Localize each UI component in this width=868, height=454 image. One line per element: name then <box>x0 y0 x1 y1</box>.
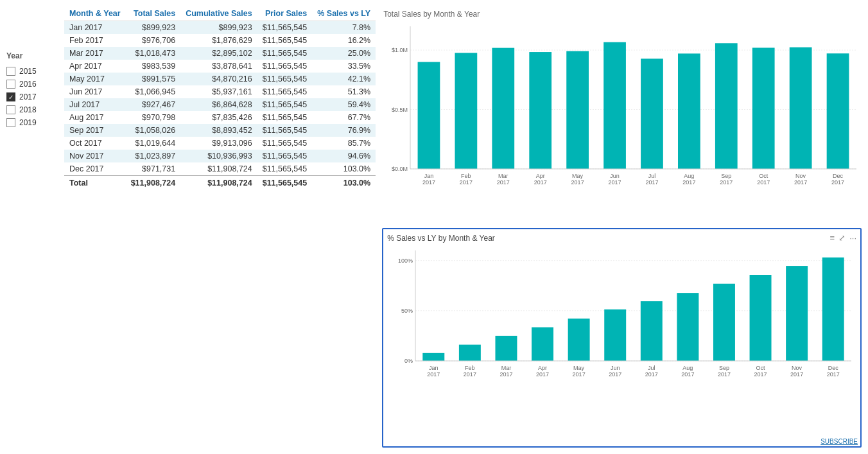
col-total[interactable]: Total Sales <box>126 6 181 21</box>
cell-total: $1,018,473 <box>126 47 181 60</box>
svg-text:Jan: Jan <box>424 173 434 179</box>
cell-cumulative: $899,923 <box>180 21 257 35</box>
more-icon[interactable]: ··· <box>849 233 856 243</box>
data-table: Month & Year Total Sales Cumulative Sale… <box>64 6 376 190</box>
year-label-2018: 2018 <box>19 105 37 114</box>
svg-text:2017: 2017 <box>422 179 435 186</box>
svg-rect-60 <box>786 266 808 361</box>
svg-text:Sep: Sep <box>721 173 731 179</box>
svg-text:2017: 2017 <box>571 179 584 186</box>
year-item-2016[interactable]: 2016 <box>6 80 51 89</box>
svg-rect-50 <box>422 353 444 361</box>
year-item-2017[interactable]: 2017 <box>6 92 51 101</box>
svg-text:2017: 2017 <box>609 371 621 378</box>
right-panel: Total Sales by Month & Year $0.0M$0.5M$1… <box>382 6 862 448</box>
svg-rect-8 <box>492 48 515 169</box>
cell-pct: 16.2% <box>312 34 376 47</box>
cell-total: $1,019,644 <box>126 137 181 150</box>
svg-text:0%: 0% <box>404 358 413 364</box>
cell-pct: 103.0% <box>312 162 376 176</box>
table-header-row: Month & Year Total Sales Cumulative Sale… <box>64 6 376 21</box>
cell-cumulative: $11,908,724 <box>180 162 257 176</box>
chart-bottom: % Sales vs LY by Month & Year ≡ ⤢ ··· 0%… <box>382 228 862 448</box>
svg-text:Feb: Feb <box>461 173 471 179</box>
cell-prior: $11,565,545 <box>257 98 313 111</box>
cell-cumulative: $6,864,628 <box>180 98 257 111</box>
svg-text:2017: 2017 <box>683 179 696 186</box>
svg-rect-61 <box>822 258 844 361</box>
svg-text:May: May <box>573 365 585 371</box>
col-prior[interactable]: Prior Sales <box>257 6 313 21</box>
cell-prior: $11,565,545 <box>257 85 313 98</box>
svg-rect-57 <box>677 293 699 361</box>
svg-rect-6 <box>418 62 440 169</box>
svg-text:Dec: Dec <box>833 173 844 179</box>
svg-rect-14 <box>715 43 738 169</box>
svg-text:May: May <box>572 173 584 179</box>
year-item-2015[interactable]: 2015 <box>6 67 51 76</box>
table-row: Mar 2017$1,018,473$2,895,102$11,565,5452… <box>64 47 376 60</box>
cell-pct: 42.1% <box>312 73 376 85</box>
svg-text:2017: 2017 <box>464 371 476 378</box>
svg-text:Nov: Nov <box>795 173 806 179</box>
svg-rect-58 <box>713 284 735 361</box>
cell-prior: $11,565,545 <box>257 162 313 176</box>
svg-rect-53 <box>532 327 553 361</box>
chart-bottom-header: % Sales vs LY by Month & Year ≡ ⤢ ··· <box>387 233 856 243</box>
col-month[interactable]: Month & Year <box>64 6 126 21</box>
cell-month: Jun 2017 <box>64 85 126 98</box>
cell-cumulative: $1,876,629 <box>180 34 257 47</box>
menu-icon[interactable]: ≡ <box>830 233 835 243</box>
svg-rect-11 <box>603 42 626 169</box>
svg-text:Sep: Sep <box>719 365 729 371</box>
cell-prior: $11,565,545 <box>257 60 313 73</box>
cell-pct: 94.6% <box>312 150 376 162</box>
left-panel: Year 20152016201720182019 Month & Year T… <box>6 6 376 448</box>
svg-text:2017: 2017 <box>827 371 840 378</box>
subscribe-button[interactable]: SUBSCRIBE <box>820 438 858 445</box>
table-footer-row: Total $11,908,724 $11,908,724 $11,565,54… <box>64 176 376 191</box>
table-row: Jan 2017$899,923$899,923$11,565,5457.8% <box>64 21 376 35</box>
col-pct[interactable]: % Sales vs LY <box>312 6 376 21</box>
footer-cumulative: $11,908,724 <box>180 176 257 191</box>
col-cumulative[interactable]: Cumulative Sales <box>180 6 257 21</box>
year-checkbox-2016[interactable] <box>6 80 15 89</box>
year-checkbox-2015[interactable] <box>6 67 15 76</box>
cell-month: Apr 2017 <box>64 60 126 73</box>
table-row: Apr 2017$983,539$3,878,641$11,565,54533.… <box>64 60 376 73</box>
svg-text:2017: 2017 <box>645 371 658 378</box>
year-checkbox-2017[interactable] <box>6 92 15 101</box>
cell-month: Jan 2017 <box>64 21 126 35</box>
svg-text:50%: 50% <box>401 308 413 314</box>
year-label-2016: 2016 <box>19 80 37 89</box>
svg-rect-13 <box>678 53 700 169</box>
year-item-2018[interactable]: 2018 <box>6 105 51 114</box>
svg-text:Mar: Mar <box>498 173 508 179</box>
bar-chart-top: $0.0M$0.5M$1.0MJan2017Feb2017Mar2017Apr2… <box>382 21 862 201</box>
cell-total: $976,706 <box>126 34 181 47</box>
table-row: Dec 2017$971,731$11,908,724$11,565,54510… <box>64 162 376 176</box>
cell-month: Aug 2017 <box>64 111 126 124</box>
cell-prior: $11,565,545 <box>257 124 313 137</box>
svg-text:Oct: Oct <box>756 365 766 371</box>
year-checkbox-2018[interactable] <box>6 105 15 114</box>
svg-rect-56 <box>641 301 663 361</box>
svg-text:Dec: Dec <box>828 365 839 371</box>
svg-text:2017: 2017 <box>534 179 547 186</box>
svg-rect-59 <box>750 275 772 361</box>
expand-icon[interactable]: ⤢ <box>838 233 846 243</box>
svg-text:2017: 2017 <box>757 179 770 186</box>
cell-pct: 51.3% <box>312 85 376 98</box>
year-item-2019[interactable]: 2019 <box>6 118 51 127</box>
cell-total: $1,023,897 <box>126 150 181 162</box>
cell-cumulative: $4,870,216 <box>180 73 257 85</box>
footer-prior: $11,565,545 <box>257 176 313 191</box>
cell-prior: $11,565,545 <box>257 47 313 60</box>
data-table-container: Month & Year Total Sales Cumulative Sale… <box>64 6 376 448</box>
table-row: Nov 2017$1,023,897$10,936,993$11,565,545… <box>64 150 376 162</box>
cell-pct: 7.8% <box>312 21 376 35</box>
year-checkbox-2019[interactable] <box>6 118 15 127</box>
svg-text:2017: 2017 <box>754 371 767 378</box>
svg-text:2017: 2017 <box>646 179 659 186</box>
cell-prior: $11,565,545 <box>257 150 313 162</box>
